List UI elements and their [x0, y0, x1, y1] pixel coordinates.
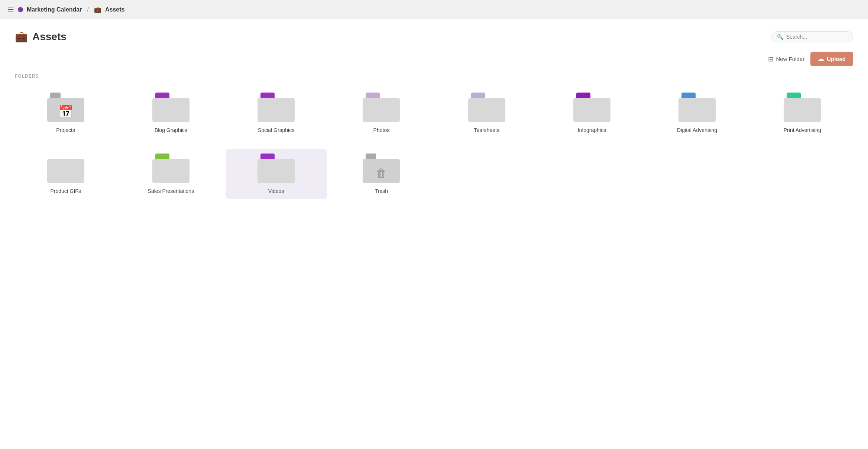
folder-item-photos[interactable]: Photos [331, 88, 432, 138]
folder-item-tearsheets[interactable]: Tearsheets [436, 88, 537, 138]
folder-item-blog-graphics[interactable]: Blog Graphics [120, 88, 221, 138]
page-title: Assets [32, 31, 67, 43]
folder-item-product-gifs[interactable]: Product GIFs [15, 149, 116, 199]
folder-item-sales-presentations[interactable]: Sales Presentations [120, 149, 221, 199]
folder-name-print-advertising: Print Advertising [784, 127, 821, 133]
folder-icon-digital-advertising [678, 93, 716, 122]
folder-name-product-gifs: Product GIFs [50, 188, 81, 194]
folder-icon-trash: 🗑 [363, 154, 400, 183]
folders-row1: 📅 Projects Blog Graphics Social Graphics… [15, 88, 853, 138]
search-icon: 🔍 [777, 34, 783, 40]
project-dot-icon [18, 7, 23, 12]
folder-icon-print-advertising [784, 93, 821, 122]
upload-icon: ☁ [818, 55, 824, 62]
folder-name-tearsheets: Tearsheets [474, 127, 499, 133]
folder-icon-sales-presentations [152, 154, 190, 183]
trash-icon: 🗑 [376, 167, 387, 180]
upload-button[interactable]: ☁ Upload [810, 52, 853, 66]
breadcrumb-separator: / [87, 6, 88, 13]
search-box[interactable]: 🔍 [771, 31, 853, 42]
toolbar: ⊞ New Folder ☁ Upload [15, 52, 853, 66]
project-name[interactable]: Marketing Calendar [27, 6, 82, 13]
page-title-area: 💼 Assets [15, 30, 67, 43]
top-navigation: ☰ Marketing Calendar / 💼 Assets [0, 0, 868, 19]
folder-name-photos: Photos [373, 127, 390, 133]
folder-icon-videos [258, 154, 295, 183]
folder-icon-infographics [573, 93, 610, 122]
folder-icon-blog-graphics [152, 93, 190, 122]
upload-label: Upload [827, 56, 846, 62]
folder-name-videos: Videos [268, 188, 284, 194]
folder-item-videos[interactable]: Videos [226, 149, 327, 199]
hamburger-menu[interactable]: ☰ [7, 5, 14, 14]
current-page-label: Assets [105, 6, 124, 13]
search-input[interactable] [786, 34, 846, 40]
folder-icon-projects: 📅 [47, 93, 84, 122]
page-header: 💼 Assets 🔍 [15, 30, 853, 43]
folders-row2: Product GIFs Sales Presentations Videos … [15, 149, 853, 199]
main-content: 💼 Assets 🔍 ⊞ New Folder ☁ Upload FOLDERS… [0, 19, 868, 449]
calendar-icon: 📅 [58, 104, 73, 119]
folder-name-blog-graphics: Blog Graphics [155, 127, 187, 133]
new-folder-button[interactable]: ⊞ New Folder [768, 55, 804, 63]
folder-name-projects: Projects [56, 127, 75, 133]
briefcase-icon: 💼 [94, 6, 101, 13]
folder-icon-tearsheets [468, 93, 505, 122]
folder-name-trash: Trash [375, 188, 388, 194]
new-folder-label: New Folder [776, 56, 804, 62]
folder-item-digital-advertising[interactable]: Digital Advertsing [647, 88, 748, 138]
folder-name-sales-presentations: Sales Presentations [148, 188, 194, 194]
folder-item-social-graphics[interactable]: Social Graphics [226, 88, 327, 138]
assets-briefcase-icon: 💼 [15, 30, 28, 43]
new-folder-icon: ⊞ [768, 55, 774, 63]
folder-icon-product-gifs [47, 154, 84, 183]
folder-name-digital-advertising: Digital Advertsing [677, 127, 717, 133]
folder-icon-social-graphics [258, 93, 295, 122]
folders-section-label: FOLDERS [15, 74, 853, 82]
header-actions: 🔍 [771, 31, 853, 42]
folder-item-trash[interactable]: 🗑 Trash [331, 149, 432, 199]
folder-name-social-graphics: Social Graphics [258, 127, 294, 133]
folder-name-infographics: Infographics [578, 127, 606, 133]
folder-item-infographics[interactable]: Infographics [541, 88, 642, 138]
folder-item-print-advertising[interactable]: Print Advertising [752, 88, 853, 138]
folder-icon-photos [363, 93, 400, 122]
folder-item-projects[interactable]: 📅 Projects [15, 88, 116, 138]
